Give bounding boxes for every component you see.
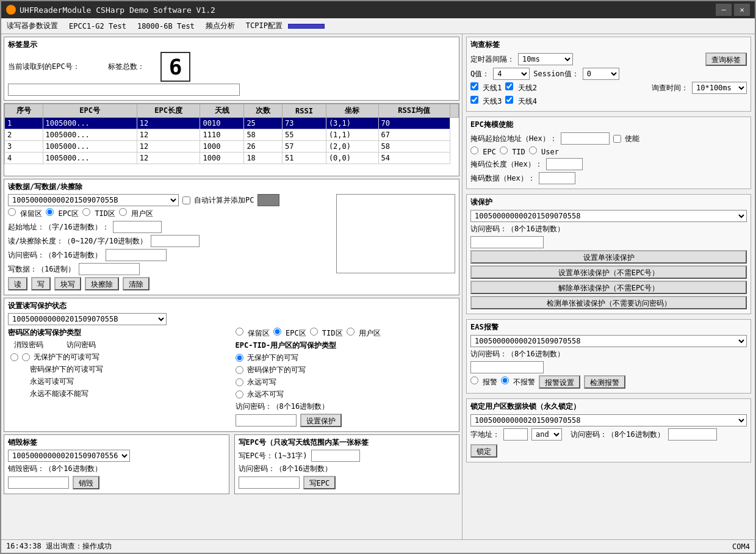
lock-button[interactable]: 锁定 (470, 444, 497, 458)
table-row[interactable]: 11005000...1200102573(3,1)70 (5, 118, 459, 129)
wp-radio-3[interactable] (236, 378, 243, 386)
wp-radio-4[interactable] (236, 390, 243, 398)
write-data-input[interactable]: 0000 (79, 263, 140, 275)
tab-freq-analysis[interactable]: 频点分析 (200, 18, 240, 34)
rw-data-row: 写数据：（16进制） 0000 (8, 263, 333, 275)
antenna2-check[interactable] (505, 82, 513, 90)
rw-right (336, 194, 455, 292)
kill-button[interactable]: 销毁 (73, 476, 99, 489)
kill-radio-1[interactable] (10, 353, 18, 361)
rp-pwd-input[interactable]: 00000000 (470, 236, 544, 248)
block-write-button[interactable]: 块写 (54, 277, 81, 290)
kill-epc-row: 100500000000201509070556 (8, 450, 225, 462)
rw-epc-select[interactable]: 10050000000020150907055B (8, 194, 179, 206)
set-protect-button[interactable]: 设置保护 (300, 414, 342, 427)
write-epc-pwd-input[interactable]: 00000000 (239, 477, 300, 489)
kill-pwd-input[interactable]: 00000000 (8, 477, 69, 489)
epc-area-label: EPC (470, 146, 496, 156)
eas-alarm-radio[interactable] (470, 376, 478, 384)
kill-epc-select[interactable]: 100500000000201509070556 (8, 450, 130, 462)
antenna3-check[interactable] (470, 96, 478, 104)
lock-and-select[interactable]: and (531, 428, 562, 441)
tab-reader-params[interactable]: 读写器参数设置 (1, 18, 63, 34)
lock-addr-input[interactable]: 0 (503, 428, 528, 441)
block-erase-button[interactable]: 块擦除 (85, 277, 119, 290)
eas-pwd-input[interactable]: 00000000 (470, 361, 544, 373)
eas-epc-row: 100500000000201509070558 (470, 335, 747, 347)
epc-radio[interactable] (46, 208, 54, 216)
reserve-radio[interactable] (8, 208, 16, 216)
eas-pwd-input-row: 00000000 (470, 361, 747, 373)
lock-epc-select[interactable]: 100500000000201509070558 (470, 414, 747, 426)
right-panel: 询查标签 定时器间隔： 10ms 查询标签 Q值： 4 Session值： 0 (462, 34, 755, 539)
antenna1-check[interactable] (470, 82, 478, 90)
antenna4-check[interactable] (505, 96, 513, 104)
table-row[interactable]: 41005000...1210001851(0,0)54 (5, 153, 459, 164)
read-button[interactable]: 读 (8, 277, 27, 290)
query-tag-button[interactable]: 查询标签 (705, 52, 747, 66)
write-epc-input[interactable]: 0000 (311, 450, 360, 462)
lock-pwd-input[interactable]: 00000000 (668, 428, 717, 441)
prot-epc-radio[interactable] (273, 328, 281, 336)
q-session-row: Q值： 4 Session值： 0 (470, 68, 747, 80)
mask-length-input[interactable]: 00 (546, 158, 583, 170)
current-epc-input[interactable]: 1005000000002015090702333 (8, 84, 240, 96)
detect-read-protect-btn[interactable]: 检测单张被读保护（不需要访问密码） (470, 296, 747, 309)
rw-pwd-row: 访问密码：（8个16进制数） 00000000 (8, 249, 333, 261)
prot-user-radio[interactable] (347, 328, 355, 336)
set-read-protect-no-epc-btn[interactable]: 设置单张读保护（不需EPC号） (470, 265, 747, 279)
timer-select[interactable]: 10ms (518, 53, 573, 65)
write-epc-pwd-label: 访问密码：（8个16进制数） (239, 464, 333, 474)
write-epc-button[interactable]: 写EPC (303, 476, 336, 489)
protect-pwd-label: 访问密码：（8个16进制数） (236, 401, 329, 412)
wp-radio-1[interactable] (236, 354, 243, 362)
clear-button[interactable]: 清除 (123, 277, 149, 290)
write-button[interactable]: 写 (31, 277, 51, 290)
session-select[interactable]: 0 (583, 68, 619, 80)
minimize-button[interactable]: — (716, 4, 732, 16)
eas-no-alarm-radio[interactable] (501, 376, 509, 384)
q-select[interactable]: 4 (493, 68, 530, 80)
wp-opt2-row: 密码保护下的可写 (236, 365, 456, 375)
alarm-check-btn[interactable]: 检测报警 (584, 375, 625, 389)
tab-active[interactable] (288, 24, 325, 29)
protect-opt3-row: 永远可读可写 (10, 376, 228, 387)
user-radio[interactable] (119, 208, 127, 216)
close-button[interactable]: ✕ (734, 4, 750, 16)
query-title: 询查标签 (470, 40, 747, 50)
table-row[interactable]: 21005000...1211105855(1,1)67 (5, 129, 459, 141)
protect-epc-select[interactable]: 10050000000020150907055B (8, 313, 167, 325)
alarm-set-btn[interactable]: 报警设置 (539, 375, 580, 389)
mask-epc-radio[interactable] (470, 146, 478, 154)
query-time-select[interactable]: 10*100ms (692, 82, 747, 94)
access-radio-1[interactable] (22, 353, 30, 361)
tab-tcpip[interactable]: TCPIP配置 (240, 18, 288, 34)
tid-radio[interactable] (82, 208, 90, 216)
mask-data-input[interactable]: 00 (539, 172, 575, 184)
mask-user-radio[interactable] (529, 146, 537, 154)
kill-title: 销毁标签 (8, 437, 225, 448)
wp-radio-2[interactable] (236, 366, 243, 374)
unset-read-protect-btn[interactable]: 解除单张读保护（不需EPC号） (470, 281, 747, 294)
auto-calc-checkbox[interactable] (182, 196, 190, 204)
eas-epc-select[interactable]: 100500000000201509070558 (470, 335, 747, 347)
tab-18000-6b[interactable]: 18000-6B Test (132, 20, 200, 33)
mask-tid-radio[interactable] (500, 146, 508, 154)
mask-enable-check[interactable] (613, 135, 621, 143)
table-row[interactable]: 31005000...1210002657(2,0)58 (5, 141, 459, 153)
lock-epc-row: 100500000000201509070558 (470, 414, 747, 426)
prot-reserve-radio[interactable] (236, 328, 243, 336)
set-read-protect-btn[interactable]: 设置单张读保护 (470, 250, 747, 264)
rw-pwd-input[interactable]: 00000000 (106, 249, 167, 261)
timer-row: 定时器间隔： 10ms 查询标签 (470, 52, 747, 66)
rw-start-row: 起始地址：（字/16进制数）： 00 (8, 221, 333, 233)
tab-epcc1g2[interactable]: EPCC1-G2 Test (63, 20, 132, 33)
prot-tid-radio[interactable] (310, 328, 318, 336)
length-input[interactable]: 4 (151, 235, 200, 247)
protect-opt1-row: 无保护下的可读可写 (10, 352, 228, 362)
rp-epc-select[interactable]: 100500000000201509070558 (470, 210, 747, 222)
protect-pwd-input[interactable]: 00000000 (236, 414, 297, 426)
start-addr-input[interactable]: 00 (113, 221, 162, 233)
lock-title: 锁定用户区数据块锁（永久锁定） (470, 401, 747, 412)
mask-start-input[interactable]: 0000 (561, 132, 610, 145)
